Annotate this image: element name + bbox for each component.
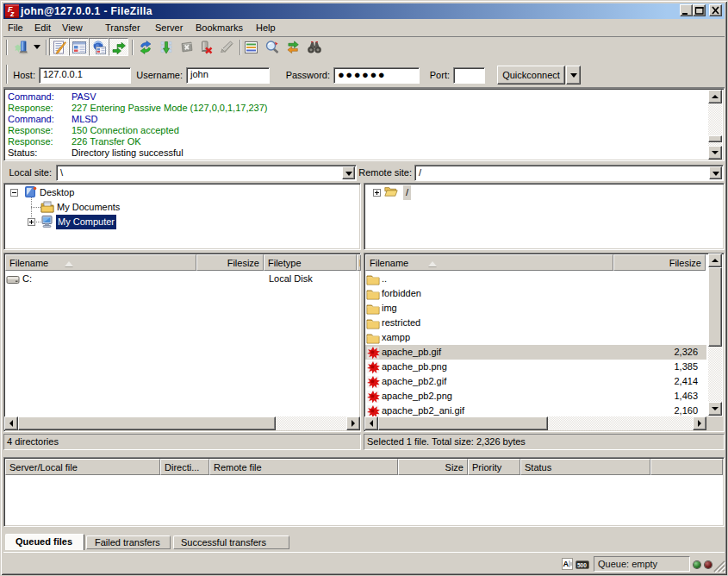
svg-text:500: 500 — [577, 562, 587, 568]
svg-text:z: z — [9, 9, 15, 18]
svg-text:A: A — [563, 560, 569, 568]
